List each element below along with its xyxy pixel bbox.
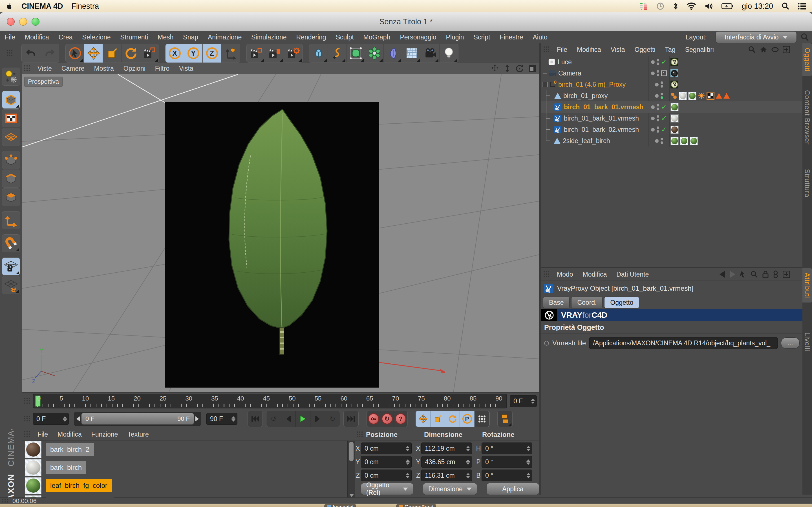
menu-personaggio[interactable]: Personaggio xyxy=(395,34,441,41)
object-row-vrmesh-2[interactable]: birch_01_bark_01.vrmesh ✓ xyxy=(541,113,802,124)
search-icon[interactable] xyxy=(801,33,809,41)
toolbar-grip[interactable] xyxy=(6,50,13,57)
tab-oggetti[interactable]: Oggetti xyxy=(802,43,812,76)
keyframe-help-button[interactable]: ? xyxy=(394,411,407,427)
points-mode-button[interactable] xyxy=(2,151,20,169)
redo-button[interactable] xyxy=(40,44,59,62)
snap-button[interactable] xyxy=(2,234,20,252)
om-menu-tag[interactable]: Tag xyxy=(660,46,680,54)
record-keyframe-button[interactable] xyxy=(367,411,380,427)
om-home-icon[interactable] xyxy=(760,46,767,53)
ruler-frame-field[interactable]: 0 F xyxy=(510,395,537,407)
viewport-rotate-icon[interactable] xyxy=(515,64,524,73)
vp-menu-viste[interactable]: Viste xyxy=(33,65,57,72)
end-frame-field[interactable]: 90 F xyxy=(206,413,238,425)
attr-menu-modifica[interactable]: Modifica xyxy=(578,271,612,278)
layout-dropdown[interactable]: Interfaccia di Avvio xyxy=(716,31,797,43)
compositing-tag-icon[interactable] xyxy=(707,92,714,100)
material-row-leaf-fg[interactable]: leaf_birch_fg_color xyxy=(22,476,347,495)
add-deformer-button[interactable] xyxy=(384,44,402,62)
solo-mode-button[interactable] xyxy=(498,411,512,427)
apply-button[interactable]: Applica xyxy=(487,483,539,495)
previous-frame-button[interactable] xyxy=(281,411,296,427)
target-icon[interactable] xyxy=(661,70,667,76)
menubar-item-finestra[interactable]: Finestra xyxy=(71,2,99,11)
menu-snap[interactable]: Snap xyxy=(178,34,203,41)
dim-x-field[interactable]: 112.19 cm xyxy=(421,443,472,454)
polygons-mode-button[interactable] xyxy=(2,188,20,206)
menu-modifica[interactable]: Modifica xyxy=(20,34,54,41)
material-tag-green[interactable] xyxy=(688,92,696,100)
param-bullet[interactable] xyxy=(544,341,549,346)
menu-rendering[interactable]: Rendering xyxy=(292,34,331,41)
material-row-leaf-bg[interactable]: leaf_birch_bg_color xyxy=(22,495,347,497)
enabled-check[interactable]: ✓ xyxy=(661,59,667,65)
enabled-check[interactable]: ✓ xyxy=(661,115,667,122)
add-subdivision-surface-button[interactable] xyxy=(347,44,365,62)
z-axis-lock-button[interactable]: Z xyxy=(203,44,221,62)
bluetooth-icon[interactable] xyxy=(673,2,678,10)
tab-attributi[interactable]: Attributi xyxy=(802,268,812,302)
object-row-birch-proxy-root[interactable]: – 0 birch_01 (4.6 m)_Proxy xyxy=(541,79,802,90)
timeline-grip[interactable] xyxy=(24,397,31,405)
add-spline-button[interactable] xyxy=(328,44,347,62)
object-row-vrmesh-1[interactable]: birch_01_bark_01.vrmesh ✓ xyxy=(541,101,802,113)
panel-splitter[interactable] xyxy=(539,43,541,495)
desktop-item-immagini[interactable]: Immagini xyxy=(324,504,356,507)
viewport-grip[interactable] xyxy=(24,65,31,72)
vp-menu-mostra[interactable]: Mostra xyxy=(89,65,119,72)
play-backward-button[interactable]: ↺ xyxy=(266,411,281,427)
menu-selezione[interactable]: Selezione xyxy=(78,34,116,41)
object-row-2side-leaf[interactable]: 2side_leaf_birch xyxy=(541,135,802,147)
menu-crea[interactable]: Crea xyxy=(54,34,78,41)
undo-button[interactable] xyxy=(22,44,40,62)
attr-menu-modo[interactable]: Modo xyxy=(552,271,578,278)
menu-simulazione[interactable]: Simulazione xyxy=(246,34,291,41)
object-name[interactable]: birch_01_bark_01.vrmesh xyxy=(564,115,639,122)
move-tool[interactable] xyxy=(84,44,103,62)
y-axis-lock-button[interactable]: Y xyxy=(184,44,203,62)
render-settings-button[interactable] xyxy=(284,44,303,62)
material-thumbnail[interactable] xyxy=(25,477,42,494)
visibility-dots[interactable] xyxy=(657,104,659,110)
vp-menu-opzioni[interactable]: Opzioni xyxy=(119,65,150,72)
editor-dot[interactable] xyxy=(655,139,659,143)
spinner[interactable] xyxy=(232,413,236,425)
pos-z-field[interactable]: 0 cm xyxy=(361,469,412,482)
visibility-dots[interactable] xyxy=(657,126,659,133)
add-environment-button[interactable] xyxy=(402,44,421,62)
vp-menu-camere[interactable]: Camere xyxy=(57,65,89,72)
viewport-layout-toggle-icon[interactable] xyxy=(528,64,537,73)
viewport-pan-icon[interactable] xyxy=(491,64,499,73)
attr-grip[interactable] xyxy=(543,271,550,278)
pos-x-field[interactable]: 0 cm xyxy=(361,443,412,454)
coords-grip[interactable] xyxy=(356,431,364,438)
material-name[interactable]: bark_birch xyxy=(46,461,86,474)
object-row-camera[interactable]: Camera xyxy=(541,68,802,79)
x-axis-lock-button[interactable]: X xyxy=(165,44,184,62)
current-frame-field[interactable]: 0 F xyxy=(33,413,69,425)
menu-script[interactable]: Script xyxy=(469,34,495,41)
live-selection-tool[interactable] xyxy=(66,44,84,62)
mat-menu-modifica[interactable]: Modifica xyxy=(53,431,87,438)
enabled-check[interactable]: ✓ xyxy=(661,126,667,133)
add-light-button[interactable] xyxy=(440,44,458,62)
key-scale-button[interactable] xyxy=(430,411,445,427)
object-row-birch01-proxy[interactable]: birch_01_proxy xyxy=(541,90,802,101)
spinner[interactable] xyxy=(531,395,535,407)
apple-icon[interactable] xyxy=(6,2,13,10)
editor-dot[interactable] xyxy=(651,128,655,131)
goto-start-button[interactable] xyxy=(248,411,262,427)
editor-dot[interactable] xyxy=(651,60,655,64)
object-row-luce[interactable]: Luce ✓ xyxy=(541,56,802,68)
object-name[interactable]: Camera xyxy=(558,69,581,77)
attr-add-panel-icon[interactable] xyxy=(783,271,790,278)
section-header[interactable]: Proprietà Oggetto xyxy=(541,321,802,334)
vray-tag-icon[interactable] xyxy=(670,58,678,66)
om-menu-oggetti[interactable]: Oggetti xyxy=(629,46,660,54)
coordinate-system-button[interactable] xyxy=(221,44,240,62)
material-name[interactable]: bark_birch_2 xyxy=(46,443,94,456)
visibility-dots[interactable] xyxy=(657,59,659,65)
browse-button[interactable]: ... xyxy=(781,337,800,349)
pick-object-icon[interactable] xyxy=(740,270,746,278)
